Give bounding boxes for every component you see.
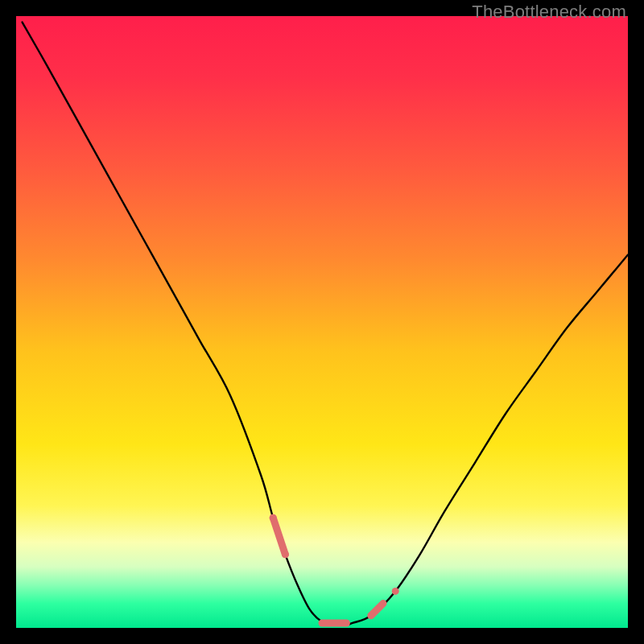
watermark-text: TheBottleneck.com — [472, 2, 626, 23]
plot-area — [16, 16, 628, 628]
trough-highlight — [270, 514, 399, 623]
svg-point-6 — [392, 588, 399, 595]
chart-frame: TheBottleneck.com — [0, 0, 644, 644]
svg-point-2 — [270, 514, 277, 522]
svg-point-3 — [282, 551, 289, 558]
bottleneck-curve — [23, 23, 628, 625]
svg-line-1 — [273, 518, 285, 555]
curve-layer — [16, 16, 628, 628]
svg-line-5 — [371, 604, 383, 616]
